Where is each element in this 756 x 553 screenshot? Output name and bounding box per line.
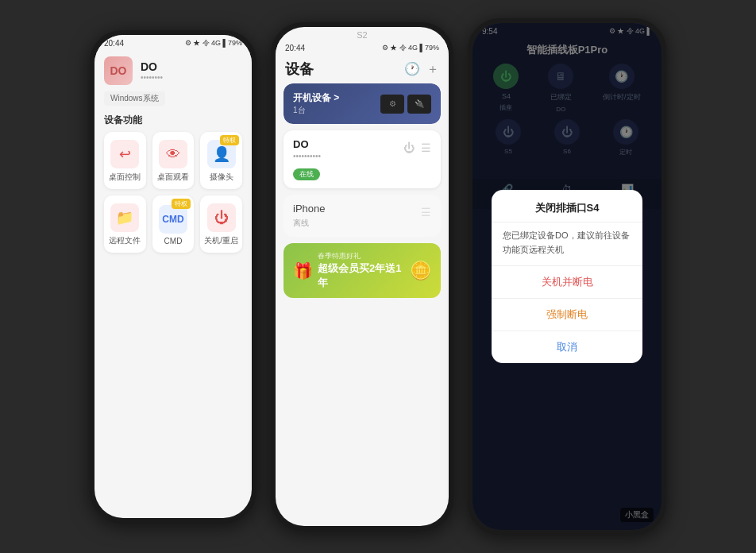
- system-tag: Windows系统: [104, 91, 165, 106]
- phone-2: S2 20:44 ⚙ ★ 令 4G ▌79% 设备 🕐 ＋ 开机设备 > 1台 …: [271, 22, 453, 531]
- btn-force-power[interactable]: 强制断电: [492, 299, 642, 331]
- iphone-status: 离线: [293, 218, 325, 229]
- desktop-watch-icon: 👁: [159, 140, 187, 168]
- coin-icon: 🪙: [410, 261, 431, 281]
- desktop-watch-label: 桌面观看: [157, 172, 189, 183]
- iphone-card[interactable]: iPhone 离线 ☰: [284, 195, 441, 237]
- dialog-overlay: 关闭排插口S4 您已绑定设备DO，建议前往设备功能页远程关机 关机并断电 强制断…: [472, 23, 662, 530]
- shutdown-icon: ⏻: [207, 203, 236, 232]
- dialog-title: 关闭排插口S4: [492, 190, 642, 222]
- avatar-1: DO: [104, 56, 133, 85]
- banner-icon: 🎁: [293, 261, 313, 280]
- p1-header: DO DO ••••••••: [94, 50, 252, 90]
- avatar-text: DO: [110, 64, 127, 77]
- desktop-control-label: 桌面控制: [109, 172, 141, 183]
- iphone-label: iPhone: [293, 203, 325, 215]
- section-title-1: 设备功能: [94, 110, 252, 132]
- status-icons-2: ⚙ ★ 令 4G ▌79%: [382, 43, 439, 53]
- p2-title: 设备: [285, 60, 314, 79]
- time-1: 20:44: [104, 39, 124, 48]
- shutdown-label: 关机/重启: [204, 235, 238, 246]
- menu-icon-iphone[interactable]: ☰: [421, 206, 431, 218]
- shutdown-dialog: 关闭排插口S4 您已绑定设备DO，建议前往设备功能页远程关机 关机并断电 强制断…: [492, 190, 642, 362]
- cmd-badge: 特权: [172, 199, 191, 209]
- feature-cmd[interactable]: 特权 CMD CMD: [152, 195, 195, 253]
- remote-file-icon: 📁: [110, 203, 139, 232]
- feature-shutdown[interactable]: ⏻ 关机/重启: [200, 195, 242, 253]
- dialog-body: 您已绑定设备DO，建议前往设备功能页远程关机: [492, 222, 642, 265]
- device-id-do: ••••••••••: [293, 152, 321, 160]
- banner-text: 超级会员买2年送1年: [318, 261, 405, 290]
- promo-cta: 开机设备 >: [293, 91, 339, 105]
- remote-file-label: 远程文件: [109, 235, 141, 246]
- btn-shutdown-power[interactable]: 关机并断电: [492, 266, 642, 299]
- add-icon[interactable]: ＋: [426, 61, 439, 78]
- feature-camera[interactable]: 特权 👤 摄像头: [200, 132, 242, 189]
- feature-remote-file[interactable]: 📁 远程文件: [104, 195, 146, 253]
- btn-cancel[interactable]: 取消: [492, 331, 642, 363]
- banner-sub: 春季特惠好礼: [318, 251, 405, 261]
- status-bar-1: 20:44 ⚙ ★ 令 4G ▌79%: [94, 35, 252, 50]
- promo-devices: ⚙ 🔌: [380, 95, 431, 114]
- do-device-card[interactable]: DO •••••••••• 在线 ⏻ ☰: [284, 130, 441, 188]
- phone-1: 20:44 ⚙ ★ 令 4G ▌79% DO DO •••••••• Windo…: [90, 30, 256, 523]
- username-1: DO: [141, 60, 163, 73]
- feature-desktop-control[interactable]: ↩ 桌面控制: [104, 132, 146, 189]
- s2-label: S2: [276, 27, 449, 40]
- camera-label: 摄像头: [210, 172, 233, 183]
- feature-grid: ↩ 桌面控制 👁 桌面观看 特权 👤 摄像头 📁 远程文件 特权: [94, 132, 252, 259]
- status-bar-2: 20:44 ⚙ ★ 令 4G ▌79%: [276, 40, 449, 55]
- p2-header-icons: 🕐 ＋: [404, 61, 439, 78]
- history-icon[interactable]: 🕐: [404, 61, 420, 78]
- username-sub-1: ••••••••: [141, 73, 163, 82]
- camera-badge: 特权: [220, 135, 239, 145]
- menu-icon-do[interactable]: ☰: [421, 141, 431, 154]
- online-badge: 在线: [293, 168, 320, 180]
- promo-card[interactable]: 开机设备 > 1台 ⚙ 🔌: [284, 83, 441, 124]
- status-icons-1: ⚙ ★ 令 4G ▌79%: [185, 38, 242, 48]
- promo-banner[interactable]: 🎁 春季特惠好礼 超级会员买2年送1年 🪙: [284, 243, 441, 298]
- feature-desktop-watch[interactable]: 👁 桌面观看: [152, 132, 195, 189]
- promo-count: 1台: [293, 105, 339, 116]
- cmd-label: CMD: [164, 237, 183, 246]
- p2-header: 设备 🕐 ＋: [276, 55, 449, 83]
- device-img-2: 🔌: [407, 95, 431, 114]
- power-icon-do[interactable]: ⏻: [403, 141, 415, 154]
- device-name-do: DO: [293, 138, 321, 150]
- phone-3: 9:54 ⚙ ★ 令 4G ▌ 智能插线板P1Pro ⏻ S4 插座 🖥 已绑定…: [468, 18, 666, 535]
- device-img-1: ⚙: [380, 95, 404, 114]
- time-2: 20:44: [285, 44, 305, 52]
- desktop-control-icon: ↩: [110, 140, 139, 168]
